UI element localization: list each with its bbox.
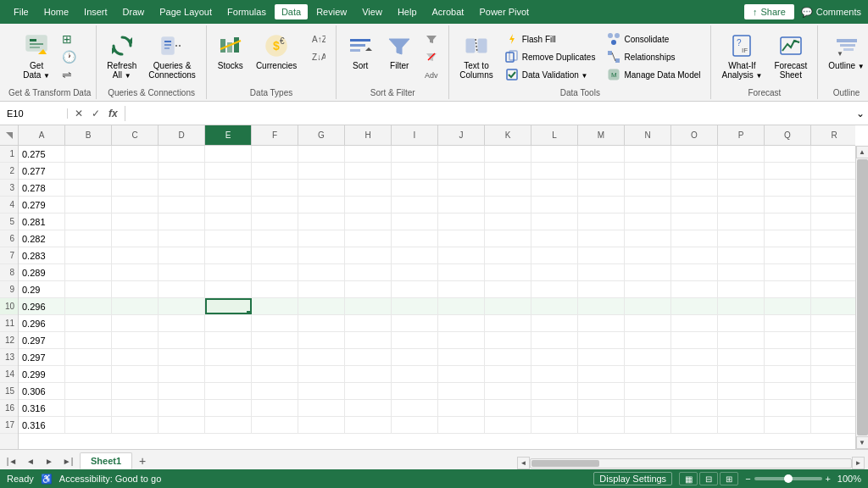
cell-q5[interactable] [765,214,811,230]
row-header-16[interactable]: 16 [0,400,18,417]
cell-e16[interactable] [205,400,252,416]
cell-b16[interactable] [65,400,112,416]
menu-data[interactable]: Data [275,4,308,19]
row-header-14[interactable]: 14 [0,366,18,383]
cell-d7[interactable] [159,247,205,263]
cell-b2[interactable] [65,163,112,179]
cell-c8[interactable] [112,264,159,280]
zoom-in-button[interactable]: + [826,474,831,484]
last-sheet-button[interactable]: ►| [59,452,76,469]
cell-e4[interactable] [205,197,252,213]
cell-c5[interactable] [112,214,159,230]
formula-input[interactable] [125,108,853,119]
cell-m11[interactable] [578,315,625,331]
cell-o16[interactable] [671,400,718,416]
col-header-r[interactable]: R [811,125,855,145]
cell-q12[interactable] [765,332,811,348]
cell-n16[interactable] [625,400,671,416]
cell-i15[interactable] [392,383,438,399]
col-header-q[interactable]: Q [765,125,811,145]
cell-d8[interactable] [159,264,205,280]
menu-acrobat[interactable]: Acrobat [426,4,471,19]
cell-h14[interactable] [345,366,392,382]
cell-p3[interactable] [718,180,765,196]
cell-p8[interactable] [718,264,765,280]
cell-i10[interactable] [392,298,438,314]
cell-k6[interactable] [485,230,531,247]
cell-o15[interactable] [671,383,718,399]
col-header-k[interactable]: K [485,125,531,145]
col-header-c[interactable]: C [112,125,159,145]
queries-connections-button[interactable]: Queries &Connections [143,29,201,83]
cell-d14[interactable] [159,366,205,382]
cell-f10[interactable] [252,298,298,314]
sort-za-button[interactable]: Z↓A [307,48,331,65]
cell-o3[interactable] [671,180,718,196]
cell-a12[interactable]: 0.297 [19,332,65,348]
cell-b8[interactable] [65,264,112,280]
cell-o1[interactable] [671,146,718,162]
cell-p6[interactable] [718,230,765,247]
cell-i14[interactable] [392,366,438,382]
cell-j5[interactable] [438,214,485,230]
cell-m6[interactable] [578,230,625,247]
cell-d9[interactable] [159,281,205,297]
cell-h6[interactable] [345,230,392,247]
cell-b9[interactable] [65,281,112,297]
cell-p1[interactable] [718,146,765,162]
cell-g2[interactable] [298,163,345,179]
stocks-button[interactable]: Stocks [212,29,249,74]
row-header-6[interactable]: 6 [0,230,18,247]
cell-e12[interactable] [205,332,252,348]
refresh-all-button[interactable]: RefreshAll ▼ [102,29,142,83]
confirm-formula-icon[interactable]: ✓ [88,106,103,121]
cell-k3[interactable] [485,180,531,196]
cell-h7[interactable] [345,247,392,263]
cell-i2[interactable] [392,163,438,179]
h-scroll-right-button[interactable]: ► [852,457,865,469]
share-button[interactable]: ↑ Share [744,4,794,19]
cell-a17[interactable]: 0.316 [19,417,65,433]
cell-m14[interactable] [578,366,625,382]
scroll-thumb[interactable] [857,159,868,435]
cell-l11[interactable] [531,315,578,331]
cell-k11[interactable] [485,315,531,331]
cell-k13[interactable] [485,349,531,365]
cell-d5[interactable] [159,214,205,230]
cancel-formula-icon[interactable]: ✕ [71,106,86,121]
data-validation-button[interactable]: Data Validation ▼ [500,66,601,83]
menu-formulas[interactable]: Formulas [220,4,273,19]
cell-e3[interactable] [205,180,252,196]
cell-q13[interactable] [765,349,811,365]
page-break-view-button[interactable]: ⊞ [720,472,738,485]
cell-q17[interactable] [765,417,811,433]
zoom-slider[interactable] [754,477,822,480]
col-header-l[interactable]: L [531,125,578,145]
cell-c4[interactable] [112,197,159,213]
cell-k2[interactable] [485,163,531,179]
cell-g10[interactable] [298,298,345,314]
cell-l2[interactable] [531,163,578,179]
cell-o4[interactable] [671,197,718,213]
cell-l9[interactable] [531,281,578,297]
cell-g16[interactable] [298,400,345,416]
menu-review[interactable]: Review [309,4,353,19]
cell-l8[interactable] [531,264,578,280]
row-header-1[interactable]: 1 [0,146,18,163]
cell-k1[interactable] [485,146,531,162]
cell-a14[interactable]: 0.299 [19,366,65,382]
row-header-9[interactable]: 9 [0,281,18,298]
cell-c13[interactable] [112,349,159,365]
cell-l12[interactable] [531,332,578,348]
consolidate-button[interactable]: Consolidate [602,30,705,47]
cell-l10[interactable] [531,298,578,314]
cell-o9[interactable] [671,281,718,297]
cell-p14[interactable] [718,366,765,382]
formula-expand-icon[interactable]: ⌄ [853,108,868,119]
cell-k15[interactable] [485,383,531,399]
sort-button[interactable]: Sort [342,29,379,74]
cell-p2[interactable] [718,163,765,179]
cell-n13[interactable] [625,349,671,365]
cell-b4[interactable] [65,197,112,213]
menu-page-layout[interactable]: Page Layout [153,4,219,19]
